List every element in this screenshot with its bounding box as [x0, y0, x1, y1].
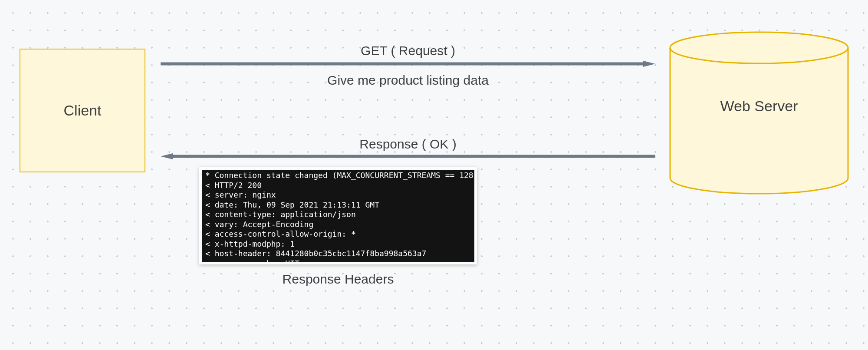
response-arrow — [161, 153, 655, 161]
request-method-label: GET ( Request ) — [161, 43, 655, 58]
client-label: Client — [64, 102, 102, 119]
arrow-right-icon — [161, 61, 655, 67]
request-arrow — [161, 61, 655, 69]
server-label: Web Server — [668, 98, 850, 115]
svg-marker-4 — [161, 153, 173, 159]
response-status-label: Response ( OK ) — [161, 137, 655, 152]
response-headers-terminal: * Connection state changed (MAX_CONCURRE… — [199, 167, 477, 264]
response-headers-caption: Response Headers — [199, 272, 477, 287]
arrow-left-icon — [161, 153, 655, 159]
request-description-label: Give me product listing data — [161, 73, 655, 88]
svg-marker-2 — [643, 61, 655, 67]
client-node: Client — [20, 49, 145, 172]
